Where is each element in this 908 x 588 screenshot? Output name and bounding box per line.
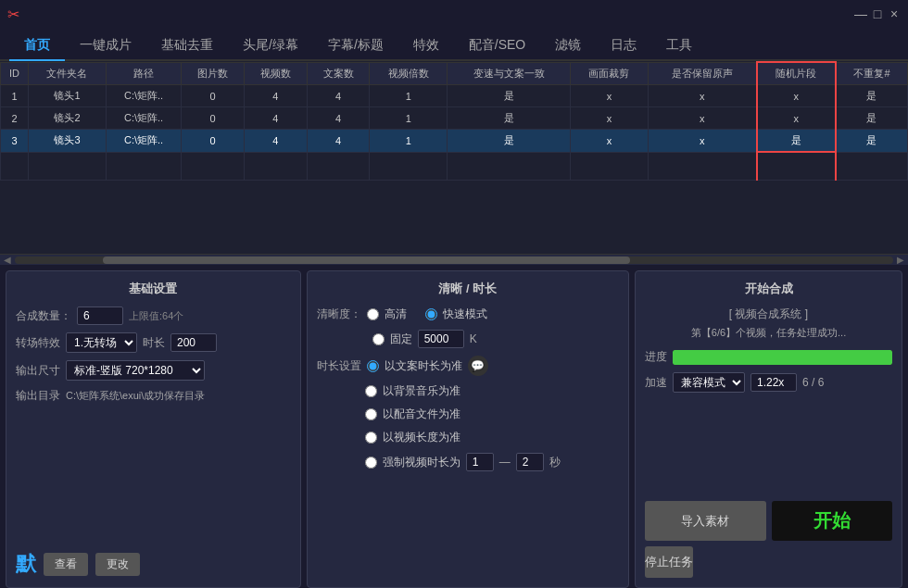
col-pics: 图片数 bbox=[182, 62, 245, 85]
change-button[interactable]: 更改 bbox=[95, 553, 140, 576]
minimize-button[interactable]: — bbox=[854, 7, 867, 20]
col-random: 随机片段 bbox=[757, 62, 836, 85]
table-wrapper[interactable]: ID 文件夹名 路径 图片数 视频数 文案数 视频倍数 变速与文案一致 画面裁剪… bbox=[0, 61, 908, 254]
bottom-panels: 基础设置 合成数量： 上限值:64个 转场特效 1.无转场 时长 输出尺寸 标准… bbox=[0, 265, 908, 588]
start-title: 开始合成 bbox=[645, 281, 892, 297]
count-input[interactable] bbox=[77, 307, 123, 325]
force-max-input[interactable] bbox=[516, 453, 544, 471]
progress-bar-fill bbox=[673, 350, 892, 365]
progress-bar-bg bbox=[673, 350, 892, 365]
duration-dub-label: 以配音文件为准 bbox=[383, 407, 460, 422]
duration-input[interactable] bbox=[170, 333, 217, 352]
clarity-label: 清晰度： bbox=[317, 307, 361, 322]
force-min-input[interactable] bbox=[466, 453, 494, 471]
cell-videos: 4 bbox=[244, 85, 307, 107]
close-button[interactable]: × bbox=[888, 7, 901, 20]
data-table: ID 文件夹名 路径 图片数 视频数 文案数 视频倍数 变速与文案一致 画面裁剪… bbox=[0, 61, 908, 181]
cell-id: 2 bbox=[1, 107, 29, 130]
nav-dedup[interactable]: 基础去重 bbox=[146, 31, 228, 61]
cell-folder: 镜头2 bbox=[29, 107, 107, 130]
stop-row: 停止任务 bbox=[645, 546, 892, 578]
count-row: 合成数量： 上限值:64个 bbox=[16, 307, 291, 325]
duration-music-radio[interactable] bbox=[365, 385, 377, 397]
clarity-fast-radio[interactable] bbox=[425, 308, 437, 320]
speed-mode-select[interactable]: 兼容模式 bbox=[673, 372, 745, 393]
title-bar: ✂ — □ × bbox=[0, 0, 908, 28]
clarity-title: 清晰 / 时长 bbox=[317, 281, 619, 297]
sys-status: 第【6/6】个视频，任务处理成功... bbox=[645, 326, 892, 340]
import-button[interactable]: 导入素材 bbox=[645, 501, 766, 541]
message-bubble[interactable]: 💬 bbox=[468, 356, 488, 376]
maximize-button[interactable]: □ bbox=[871, 7, 884, 20]
nav-effects[interactable]: 特效 bbox=[398, 31, 454, 61]
scroll-track[interactable] bbox=[15, 256, 893, 264]
transition-select[interactable]: 1.无转场 bbox=[66, 332, 137, 353]
progress-label: 进度 bbox=[645, 349, 667, 365]
cell-norepeat: 是 bbox=[836, 130, 908, 153]
cell-sync: 是 bbox=[448, 85, 571, 107]
table-row[interactable]: 3 镜头3 C:\矩阵.. 0 4 4 1 是 x x 是 是 bbox=[1, 130, 908, 153]
default-button[interactable]: 默 bbox=[16, 550, 36, 578]
col-norepeat: 不重复# bbox=[836, 62, 908, 85]
col-folder: 文件夹名 bbox=[29, 62, 107, 85]
size-row: 输出尺寸 标准-竖版 720*1280 bbox=[16, 360, 291, 381]
cell-id: 1 bbox=[1, 85, 29, 107]
clarity-fixed-label: 固定 bbox=[390, 332, 412, 347]
dir-value: C:\矩阵系统\exui\成功保存目录 bbox=[66, 389, 205, 403]
cell-pics: 0 bbox=[182, 130, 245, 153]
count-label: 合成数量： bbox=[16, 308, 71, 324]
table-row[interactable]: 1 镜头1 C:\矩阵.. 0 4 4 1 是 x x x 是 bbox=[1, 85, 908, 107]
table-row[interactable]: 2 镜头2 C:\矩阵.. 0 4 4 1 是 x x x 是 bbox=[1, 107, 908, 130]
cell-folder: 镜头1 bbox=[29, 85, 107, 107]
scroll-left-arrow[interactable]: ◀ bbox=[4, 255, 11, 265]
horizontal-scrollbar[interactable]: ◀ ▶ bbox=[0, 254, 908, 265]
clarity-hd-radio[interactable] bbox=[367, 308, 379, 320]
duration-article-radio[interactable] bbox=[367, 360, 379, 372]
nav-filter[interactable]: 滤镜 bbox=[540, 31, 596, 61]
scroll-thumb[interactable] bbox=[103, 256, 630, 264]
cell-articles: 4 bbox=[307, 85, 370, 107]
action-row: 导入素材 开始 bbox=[645, 501, 892, 541]
cell-random: 是 bbox=[757, 130, 836, 153]
stop-button[interactable]: 停止任务 bbox=[645, 546, 693, 578]
col-sync: 变速与文案一致 bbox=[448, 62, 571, 85]
table-area: ID 文件夹名 路径 图片数 视频数 文案数 视频倍数 变速与文案一致 画面裁剪… bbox=[0, 61, 908, 265]
nav-log[interactable]: 日志 bbox=[596, 31, 651, 61]
nav-headtail[interactable]: 头尾/绿幕 bbox=[228, 31, 313, 61]
start-button[interactable]: 开始 bbox=[772, 501, 893, 541]
scroll-right-arrow[interactable]: ▶ bbox=[897, 255, 904, 265]
duration-label: 时长 bbox=[143, 335, 165, 351]
nav-home[interactable]: 首页 bbox=[9, 31, 65, 61]
transition-label: 转场特效 bbox=[16, 335, 60, 351]
fixed-unit: K bbox=[470, 332, 477, 345]
clarity-panel: 清晰 / 时长 清晰度： 高清 快速模式 固定 K 时长设置 bbox=[307, 270, 629, 588]
cell-speed: 1 bbox=[370, 107, 448, 130]
view-button[interactable]: 查看 bbox=[44, 553, 88, 576]
clarity-fixed-radio[interactable] bbox=[372, 333, 385, 345]
nav-subtitle[interactable]: 字幕/标题 bbox=[313, 31, 398, 61]
size-select[interactable]: 标准-竖版 720*1280 bbox=[66, 360, 205, 381]
speed-value-input[interactable] bbox=[750, 373, 797, 392]
cell-videos: 4 bbox=[244, 130, 307, 153]
col-path: 路径 bbox=[106, 62, 181, 85]
nav-oneclick[interactable]: 一键成片 bbox=[65, 31, 146, 61]
duration-video-radio[interactable] bbox=[365, 432, 377, 444]
fixed-value-input[interactable] bbox=[418, 330, 464, 348]
speed-row: 加速 兼容模式 6 / 6 bbox=[645, 372, 892, 393]
cell-videos: 4 bbox=[244, 107, 307, 130]
nav-dubbing[interactable]: 配音/SEO bbox=[454, 31, 540, 61]
duration-article-row: 以文案时长为准 bbox=[367, 358, 462, 374]
col-articles: 文案数 bbox=[307, 62, 370, 85]
duration-dub-radio[interactable] bbox=[365, 408, 377, 420]
size-label: 输出尺寸 bbox=[16, 363, 60, 379]
nav-tools[interactable]: 工具 bbox=[651, 31, 707, 61]
cell-audio: x bbox=[648, 107, 756, 130]
duration-force-radio[interactable] bbox=[365, 457, 377, 469]
cell-id: 3 bbox=[1, 130, 29, 153]
progress-row: 进度 bbox=[645, 349, 892, 365]
cell-crop: x bbox=[570, 130, 648, 153]
fixed-row: 固定 K bbox=[372, 330, 619, 348]
duration-music-label: 以背景音乐为准 bbox=[383, 383, 460, 399]
cell-crop: x bbox=[570, 85, 648, 107]
duration-dub-row: 以配音文件为准 bbox=[365, 407, 619, 422]
